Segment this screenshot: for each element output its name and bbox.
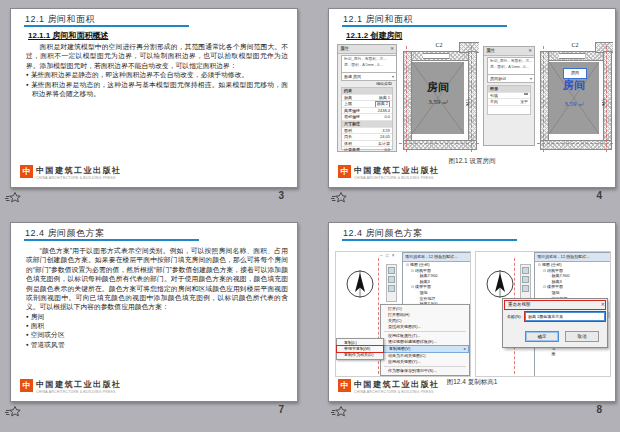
publisher-name-cn: 中国建筑工业出版社	[354, 379, 440, 390]
property-row: 高度偏移2438.4	[342, 108, 392, 115]
property-row: 方向水平	[488, 99, 530, 106]
context-menu: 打开(O) 打开图纸(H) 关闭(C) 查找相关视图(R)... 应用样板属性(…	[380, 304, 470, 376]
wall-left	[403, 51, 412, 150]
edit-type-button: 编辑类型	[376, 81, 392, 86]
property-row: 体积未计算	[342, 141, 392, 148]
project-browser-title: 项目浏览器 - 12-独栋别墅样...	[535, 253, 611, 262]
ok-button: 确定	[525, 331, 559, 342]
publisher-name-cn: 中国建筑工业出版社	[354, 165, 440, 176]
room-name-label: 房间	[412, 80, 464, 95]
north-arrow-symbol	[344, 268, 376, 300]
slide-thumbnail-8[interactable]: 12.4 房间颜色方案 – □ × 项目浏览器 - 12-独栋别墅样... 视图…	[328, 222, 616, 402]
slide-body: 面积是对建筑模型中的空间进行再分割形成的，其范围通常比各个房间范围大。不过，面积…	[26, 42, 288, 98]
publisher-logo-icon: 中	[338, 165, 351, 178]
navigation-toolbar	[520, 264, 531, 302]
transition-star-icon[interactable]	[5, 192, 21, 204]
section-header: 尺寸标注	[342, 121, 392, 128]
submenu: 复制(L) 带细节复制(W) 复制作为相关(D)	[336, 338, 384, 360]
figure-set-rooms: 属性 ✕ 标记_房间 - 有面积 - 方... 房 - 面积 - A 5mm -…	[335, 42, 609, 154]
property-row: 标高标高 1	[342, 95, 392, 102]
type-selector: 新建 房间 ▾	[341, 72, 397, 81]
menu-item: 应用相关视图(Y)...	[381, 359, 469, 365]
publisher-name-cn: 中国建筑工业出版社	[36, 379, 122, 390]
menu-item: 查找相关视图(R)...	[381, 324, 469, 330]
property-rows: 图形 引线 方向水平	[487, 85, 531, 115]
properties-title: 属性	[340, 46, 349, 51]
properties-title: 属性	[486, 48, 495, 53]
window-opening	[423, 53, 449, 59]
bullet-item: 房间	[26, 312, 288, 321]
type-preview: 标记_房间 - 有面积 - 方... 房 - 面积 - A 5mm - 0...	[341, 55, 397, 73]
menu-item-duplicate-view: 复制视图(V) ▸	[381, 345, 469, 353]
property-row: 周长24.05	[342, 134, 392, 141]
slide-body: “颜色方案”用于以图形方式表示空间类别。例如，可以按照房间名称、面积、占用或部门…	[26, 246, 288, 349]
slide-heading: 12.1.2 创建房间	[346, 30, 402, 41]
slide-number: 4	[578, 190, 602, 201]
room-name-label: 房间	[549, 78, 599, 93]
publisher-logo-icon: 中	[20, 165, 33, 178]
grid-line	[543, 46, 544, 152]
publisher-name-en: CHINA ARCHITECTURE & BUILDING PRESS	[36, 176, 122, 180]
publisher-name-en: CHINA ARCHITECTURE & BUILDING PRESS	[354, 390, 440, 394]
properties-titlebar: 属性 ✕	[484, 47, 534, 56]
property-row: 计算高度0.0	[342, 147, 392, 152]
publisher-logo: 中 中国建筑工业出版社 CHINA ARCHITECTURE & BUILDIN…	[338, 379, 440, 394]
slide-number: 8	[578, 404, 602, 415]
dialog-title: 重命名视图	[508, 302, 531, 307]
room-area-label: 3.59 m²	[412, 98, 464, 106]
transition-star-icon[interactable]	[331, 192, 347, 204]
grid-line	[399, 143, 479, 144]
slide-number: 7	[260, 404, 284, 415]
bullet-item: 管道或风管	[26, 340, 288, 349]
menu-separator	[384, 331, 466, 332]
close-icon: ✕	[601, 301, 605, 307]
wall-bottom	[540, 140, 612, 150]
slide-thumbnail-4[interactable]: 12.1 房间和面积 12.1.2 创建房间 属性 ✕ 标记_房间 - 有面积 …	[328, 8, 616, 188]
grid-line	[606, 46, 607, 152]
title-underline	[342, 25, 507, 27]
transition-star-icon[interactable]	[331, 406, 347, 418]
publisher-logo: 中 中国建筑工业出版社 CHINA ARCHITECTURE & BUILDIN…	[338, 165, 440, 180]
title-underline	[342, 239, 517, 241]
publisher-name-cn: 中国建筑工业出版社	[36, 165, 122, 176]
revit-canvas: 项目浏览器 - 12-独栋别墅样... 视图 (全部) 结构平面 标高7.900…	[475, 251, 611, 377]
door-tag: M5	[465, 99, 470, 106]
slide-thumbnail-3[interactable]: 12.1 房间和面积 12.1.1 房间和面积概述 面积是对建筑模型中的空间进行…	[10, 8, 298, 188]
grid-line	[471, 46, 472, 152]
transition-star-icon[interactable]	[5, 406, 21, 418]
slide-sorter-view: { "icons": { "close": "✕", "dropdown": "…	[0, 0, 620, 432]
north-arrow-symbol	[484, 268, 516, 300]
bullet-item: 某些面积边界是静态的，即这种面积边界不会自动改变，必须手动修改。	[26, 70, 288, 79]
rename-view-dialog: 重命名视图 ✕ 名称(N): 标高 1颜色填充方案 确定 取消	[502, 298, 608, 348]
type-selector: 房间标记 ▾	[487, 74, 535, 83]
window-opening	[559, 53, 585, 59]
bullet-item: 某些面积边界是动态的，这种边界与基本模型图元保持相连。如果模型图元移动，面积边界…	[26, 80, 288, 99]
room-region-selected: 房间 3.59 m² 房间	[549, 62, 599, 134]
type-line: 标记_房间 - 有面积 - 方...	[490, 59, 534, 65]
slide-number: 3	[260, 190, 284, 201]
dialog-titlebar: 重命名视图	[504, 300, 606, 310]
name-field-label: 名称(N):	[507, 314, 522, 319]
room-name-edit-field: 房间	[563, 68, 587, 79]
body-paragraph: 面积是对建筑模型中的空间进行再分割形成的，其范围通常比各个房间范围大。不过，面积…	[26, 42, 288, 70]
project-browser-title: 项目浏览器 - 12-独栋别墅样...	[403, 253, 471, 262]
wall-left	[540, 51, 549, 150]
revit-properties-panel: 属性 ✕ 标记_房间 - 有面积 - 方... 房 - 面积 - A 5mm -…	[483, 46, 535, 146]
cancel-button: 取消	[565, 331, 599, 342]
chevron-down-icon: ▾	[530, 75, 532, 82]
floor-plan-view: C2 房间 3.59 m² 房间 M5	[537, 42, 613, 152]
property-row: 引线	[488, 93, 530, 100]
bullet-item: 面积	[26, 321, 288, 330]
room-region: 房间 3.59 m²	[412, 62, 464, 134]
publisher-logo-icon: 中	[20, 379, 33, 392]
publisher-name-en: CHINA ARCHITECTURE & BUILDING PRESS	[36, 390, 122, 394]
submenu-item: 复制作为相关(D)	[337, 352, 383, 358]
menu-separator	[384, 366, 466, 367]
navigation-toolbar	[386, 264, 397, 302]
floor-plan-view: C2 房间 3.59 m² M5	[399, 42, 479, 152]
tree-item: 南	[535, 351, 611, 357]
figure-set-duplicate-view: – □ × 项目浏览器 - 12-独栋别墅样... 视图 (全部) 结构平面 标…	[335, 251, 609, 375]
submenu-arrow-icon: ▸	[464, 346, 466, 352]
wall-bottom	[403, 140, 477, 150]
slide-thumbnail-7[interactable]: 12.4 房间颜色方案 “颜色方案”用于以图形方式表示空间类别。例如，可以按照房…	[10, 222, 298, 402]
